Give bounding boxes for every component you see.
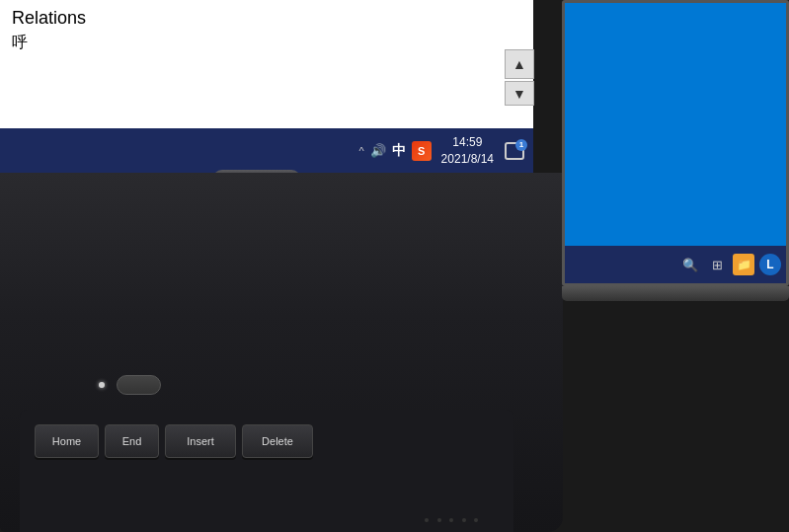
wps-icon[interactable]: S <box>412 141 432 161</box>
notification-icon[interactable]: 1 <box>504 140 525 162</box>
taskbar: ^ 🔊 中 S 14:59 2021/8/14 1 <box>0 128 533 173</box>
grid-icon: ⊞ <box>712 258 723 272</box>
date-display: 2021/8/14 <box>441 151 494 168</box>
folder-icon: 📁 <box>737 258 751 271</box>
datetime-block: 14:59 2021/8/14 <box>441 134 494 168</box>
chinese-label: 呼 <box>12 33 521 53</box>
insert-key[interactable]: Insert <box>165 424 236 458</box>
grille-dot <box>437 518 441 522</box>
home-key[interactable]: Home <box>35 424 99 458</box>
speaker-grille <box>425 518 484 532</box>
function-key-row: Home End Insert Delete <box>35 424 499 458</box>
windows-label: L <box>766 258 773 271</box>
language-icon[interactable]: 中 <box>392 142 406 160</box>
right-folder-icon[interactable]: 📁 <box>733 254 754 275</box>
delete-key[interactable]: Delete <box>242 424 313 458</box>
dropdown-button[interactable]: ▼ <box>505 81 534 106</box>
fingerprint-button[interactable] <box>117 375 161 395</box>
grille-dot <box>449 518 453 522</box>
wps-label: S <box>418 145 425 157</box>
right-taskbar: 🔍 ⊞ 📁 L <box>565 246 786 283</box>
right-search-icon[interactable]: 🔍 <box>679 254 701 275</box>
grille-dot <box>474 518 478 522</box>
led-indicator <box>99 382 105 388</box>
grille-dot <box>425 518 429 522</box>
dropdown-arrow-icon: ▼ <box>513 86 526 102</box>
volume-icon[interactable]: 🔊 <box>370 143 386 158</box>
right-monitor-stand <box>562 286 789 301</box>
grille-dot <box>462 518 466 522</box>
right-windows-icon[interactable]: L <box>759 254 781 275</box>
laptop-body: Home End Insert Delete <box>0 173 563 532</box>
upload-arrow-icon: ▲ <box>513 56 526 72</box>
relations-label: Relations <box>12 8 521 29</box>
scene: Relations 呼 ▲ ▼ ^ 🔊 中 S 14:59 2021/8/14 … <box>0 0 789 532</box>
end-key[interactable]: End <box>105 424 159 458</box>
right-screen-content: 🔍 ⊞ 📁 L <box>565 3 786 283</box>
time-display: 14:59 <box>441 134 494 151</box>
right-grid-icon[interactable]: ⊞ <box>706 254 728 275</box>
notif-badge: 1 <box>515 139 527 151</box>
keyboard-area: Home End Insert Delete <box>20 410 513 532</box>
notif-bubble: 1 <box>505 142 524 160</box>
upload-button[interactable]: ▲ <box>505 49 534 79</box>
chevron-icon[interactable]: ^ <box>358 145 363 157</box>
search-icon: 🔍 <box>682 258 698 272</box>
taskbar-system-icons: ^ 🔊 中 S <box>358 141 431 161</box>
right-monitor: 🔍 ⊞ 📁 L <box>562 0 789 286</box>
power-button-area <box>99 375 161 395</box>
